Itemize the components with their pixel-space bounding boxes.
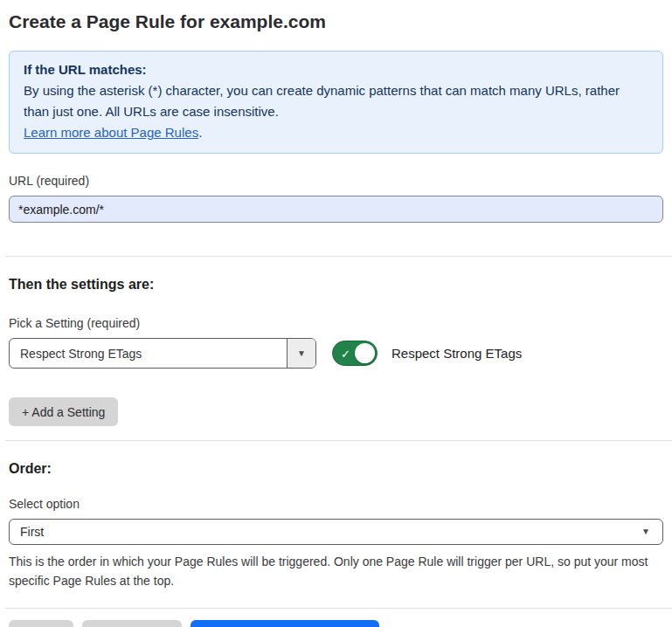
setting-row: Respect Strong ETags ▼ ✓ Respect Strong … — [9, 338, 663, 369]
chevron-down-icon: ▼ — [297, 349, 306, 358]
save-and-deploy-button[interactable]: Save and Deploy Page Rule — [191, 620, 379, 627]
toggle-knob — [355, 343, 375, 363]
url-match-info-box: If the URL matches: By using the asteris… — [9, 51, 663, 154]
order-help-text: This is the order in which your Page Rul… — [9, 552, 660, 590]
order-select[interactable]: First ▼ — [9, 519, 663, 545]
add-setting-button[interactable]: + Add a Setting — [9, 397, 118, 426]
setting-select-value: Respect Strong ETags — [10, 339, 287, 368]
setting-select[interactable]: Respect Strong ETags ▼ — [9, 338, 316, 369]
url-field-label: URL (required) — [9, 174, 663, 189]
section-divider — [5, 440, 672, 441]
setting-toggle[interactable]: ✓ — [332, 341, 378, 366]
actions-row: Cancel Save as Draft Save and Deploy Pag… — [9, 620, 663, 627]
info-box-link-line: Learn more about Page Rules. — [24, 122, 648, 143]
page-title: Create a Page Rule for example.com — [9, 10, 663, 33]
order-section-heading: Order: — [9, 460, 663, 478]
cancel-button[interactable]: Cancel — [9, 620, 73, 627]
section-divider — [5, 608, 672, 609]
order-select-label: Select option — [9, 497, 663, 512]
link-period: . — [198, 125, 202, 140]
info-box-body: By using the asterisk (*) character, you… — [24, 80, 648, 122]
settings-section-heading: Then the settings are: — [9, 276, 663, 293]
order-select-value: First — [20, 525, 641, 539]
check-icon: ✓ — [341, 347, 350, 360]
pick-setting-label: Pick a Setting (required) — [9, 316, 663, 331]
info-box-heading: If the URL matches: — [24, 59, 648, 80]
learn-more-link[interactable]: Learn more about Page Rules — [24, 125, 198, 140]
setting-select-arrow-box[interactable]: ▼ — [287, 339, 315, 368]
save-as-draft-button[interactable]: Save as Draft — [82, 620, 183, 627]
chevron-down-icon: ▼ — [641, 527, 650, 536]
section-divider — [5, 256, 672, 257]
toggle-label: Respect Strong ETags — [391, 346, 522, 361]
url-input[interactable] — [9, 196, 663, 223]
